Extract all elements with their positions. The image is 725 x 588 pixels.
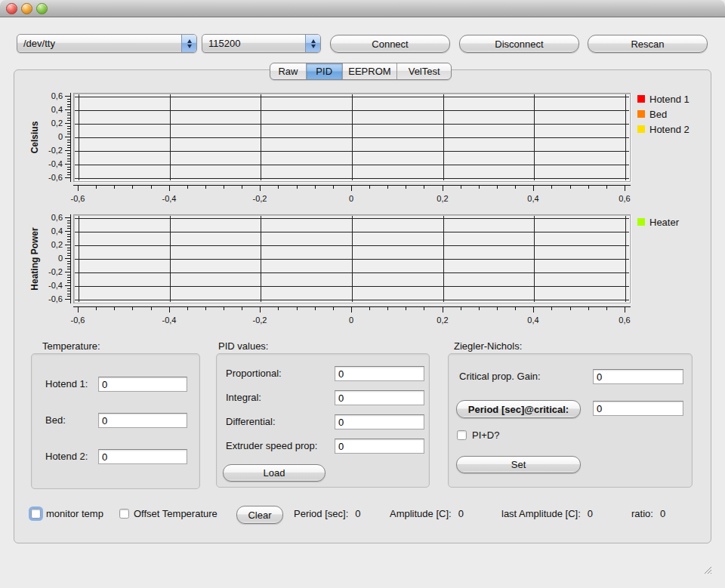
x-tick-label: 0,6: [602, 193, 647, 204]
y-tick-label: 0,4: [20, 103, 63, 115]
hotend2-label: Hotend 2:: [45, 449, 88, 464]
x-tick-label: 0: [329, 193, 374, 204]
differential-field[interactable]: [335, 414, 424, 429]
chart2-x-axis: [73, 306, 631, 313]
y-tick-label: 0: [20, 131, 63, 143]
extruder-speed-prop-field[interactable]: [335, 439, 424, 454]
clear-button[interactable]: Clear: [236, 506, 283, 524]
hotend1-field[interactable]: [98, 377, 187, 392]
legend-item-bed: Bed: [637, 106, 690, 122]
period-stat-value: 0: [355, 507, 360, 520]
last-amplitude-stat-value: 0: [588, 507, 593, 520]
offset-temp-label: Offset Temperature: [134, 507, 218, 520]
amplitude-stat-value: 0: [458, 507, 464, 520]
x-tick-label: 0,6: [602, 315, 647, 325]
temperature-group-title: Temperature:: [42, 340, 100, 352]
monitor-temp-label: monitor temp: [46, 507, 103, 520]
disconnect-button[interactable]: Disconnect: [459, 35, 579, 53]
tab-bar: Raw PID EEPROM VelTest: [270, 63, 452, 80]
chart2-plot-canvas: [73, 214, 631, 303]
y-tick-label: 0,2: [20, 117, 63, 129]
differential-label: Differential:: [226, 414, 276, 429]
x-tick-label: 0: [329, 315, 374, 325]
pid-values-group: Proportional: Integral: Differential: Ex…: [216, 353, 430, 488]
connect-button[interactable]: Connect: [330, 35, 450, 53]
x-tick-label: 0,2: [420, 193, 465, 204]
x-tick-label: 0,4: [511, 193, 556, 204]
ziegler-nichols-group: Critical prop. Gain: Period [sec]@critic…: [448, 353, 693, 488]
chart1-y-axis: [64, 93, 71, 182]
y-tick-label: 0,4: [20, 225, 63, 237]
integral-label: Integral:: [226, 390, 261, 405]
port-select-value: /dev/tty: [17, 38, 181, 49]
baud-select-value: 115200: [202, 38, 305, 49]
legend-item-hotend2: Hotend 2: [637, 122, 690, 137]
app-window: { "window": { "traffic_light_colors": { …: [0, 0, 725, 588]
y-tick-label: 0,2: [20, 239, 63, 251]
chart1-x-axis: [73, 185, 631, 192]
proportional-field[interactable]: [335, 366, 424, 381]
hotend1-swatch-icon: [637, 95, 645, 103]
x-tick-label: -0,2: [237, 315, 282, 325]
hotend1-label: Hotend 1:: [45, 377, 88, 392]
chart1-legend: Hotend 1 Bed Hotend 2: [637, 91, 690, 137]
y-tick-label: -0,4: [20, 158, 63, 170]
x-tick-label: -0,6: [55, 315, 100, 325]
hotend2-field[interactable]: [98, 449, 187, 464]
close-window-icon[interactable]: [6, 3, 17, 14]
rescan-button[interactable]: Rescan: [588, 35, 708, 53]
y-tick-label: -0,6: [20, 293, 63, 305]
x-tick-label: -0,4: [147, 193, 192, 204]
port-select[interactable]: /dev/tty: [17, 34, 197, 53]
tab-eeprom[interactable]: EEPROM: [342, 63, 397, 79]
temperature-group: Hotend 1: Bed: Hotend 2:: [31, 353, 200, 489]
tab-veltest[interactable]: VelTest: [396, 63, 451, 79]
x-tick-label: 0,4: [511, 315, 556, 325]
x-tick-label: -0,4: [147, 315, 192, 325]
load-button[interactable]: Load: [223, 464, 325, 482]
integral-field[interactable]: [335, 390, 424, 405]
y-tick-label: 0: [20, 252, 63, 264]
proportional-label: Proportional:: [226, 366, 282, 381]
critical-gain-field[interactable]: [593, 369, 683, 384]
monitor-temp-checkbox[interactable]: [31, 509, 41, 519]
minimize-window-icon[interactable]: [21, 3, 32, 14]
bed-label: Bed:: [45, 413, 66, 428]
chart1-plot-canvas: [73, 93, 631, 182]
zoom-window-icon[interactable]: [36, 3, 48, 14]
extruder-speed-prop-label: Extruder speed prop:: [226, 439, 317, 454]
y-tick-label: -0,2: [20, 144, 63, 156]
legend-item-hotend1: Hotend 1: [637, 91, 690, 106]
pid-checkbox[interactable]: [457, 430, 467, 440]
tab-pid[interactable]: PID: [306, 63, 342, 79]
stepper-arrows-icon: [181, 35, 196, 52]
x-tick-label: -0,6: [55, 193, 100, 204]
resize-grip-icon[interactable]: [701, 563, 712, 574]
title-bar[interactable]: [0, 0, 725, 17]
bed-swatch-icon: [637, 110, 645, 118]
period-critical-field[interactable]: [593, 401, 683, 416]
bed-field[interactable]: [98, 413, 187, 428]
heater-swatch-icon: [637, 218, 645, 226]
pid-checkbox-label: PI+D?: [472, 429, 500, 442]
y-tick-label: -0,4: [20, 279, 63, 291]
y-tick-label: 0,6: [20, 211, 63, 223]
y-tick-label: 0,6: [20, 90, 63, 102]
tab-raw[interactable]: Raw: [270, 63, 306, 79]
baud-select[interactable]: 115200: [202, 34, 321, 53]
ratio-stat: ratio: 0: [631, 507, 665, 520]
period-stat: Period [sec]: 0: [294, 507, 361, 520]
stepper-arrows-icon: [305, 35, 320, 52]
hotend2-swatch-icon: [637, 125, 645, 133]
legend-item-heater: Heater: [637, 214, 679, 229]
last-amplitude-stat: last Amplitude [C]: 0: [501, 507, 593, 520]
set-button[interactable]: Set: [456, 456, 581, 473]
y-tick-label: -0,2: [20, 266, 63, 278]
ratio-stat-value: 0: [660, 507, 665, 520]
y-tick-label: -0,6: [20, 171, 63, 183]
offset-temp-checkbox[interactable]: [119, 509, 129, 519]
amplitude-stat: Amplitude [C]: 0: [390, 507, 464, 520]
period-critical-button[interactable]: Period [sec]@critical:: [456, 400, 581, 418]
chart2-y-axis: [64, 214, 71, 303]
pid-values-group-title: PID values:: [218, 340, 268, 352]
